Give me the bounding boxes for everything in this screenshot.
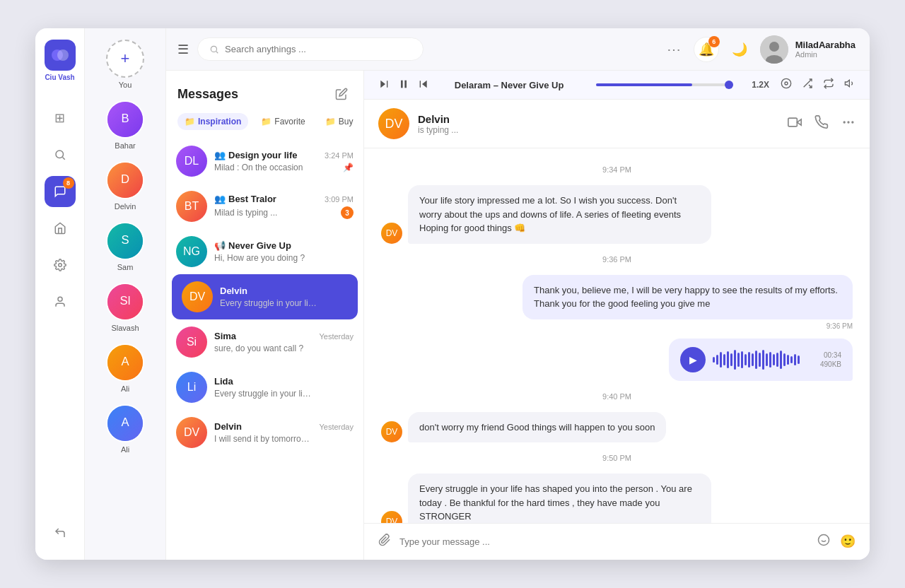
user-avatar	[760, 35, 788, 64]
add-story-item[interactable]: + You	[106, 40, 144, 89]
folder-tab-buy[interactable]: 📁 Buy	[318, 113, 361, 130]
emoji-button[interactable]: 🙂	[840, 534, 856, 550]
top-bar: ☰ ⋯ 🔔 6 🌙 MiladAar	[166, 28, 870, 71]
chat-header: DV Delvin is typing ...	[364, 100, 870, 148]
edit-messages-button[interactable]	[331, 83, 352, 105]
story-sam[interactable]: S Sam	[106, 222, 144, 271]
buy-folder-label: Buy	[339, 117, 354, 127]
options-dots-icon[interactable]: ⋯	[667, 41, 681, 58]
music-skip-forward[interactable]	[378, 78, 390, 92]
conv-lida-name: Lida	[214, 376, 233, 387]
dark-mode-toggle[interactable]: 🌙	[732, 42, 747, 57]
emoji-sticker-button[interactable]	[817, 534, 830, 550]
conv-lida-avatar: Li	[176, 372, 207, 403]
conv-design-info: 👥 Design your life 3:24 PM Milad : On th…	[214, 150, 354, 172]
voice-play-button[interactable]: ▶	[680, 347, 706, 372]
svg-rect-26	[404, 80, 407, 88]
user-details: MiladAarabha Admin	[795, 40, 856, 59]
bahar-name: Bahar	[115, 141, 135, 150]
sidebar-item-home[interactable]	[45, 213, 76, 244]
story-delvin[interactable]: D Delvin	[106, 161, 144, 211]
conv-tralor-unread: 3	[341, 206, 354, 219]
conv-sima-preview: sure, do you want call ?	[214, 343, 303, 353]
svg-point-30	[785, 82, 788, 85]
search-input[interactable]	[225, 44, 411, 54]
more-options-button[interactable]	[841, 115, 856, 133]
hamburger-menu[interactable]: ☰	[177, 42, 189, 57]
music-shuffle-icon[interactable]	[802, 78, 813, 92]
story-ali2[interactable]: A Ali	[106, 404, 144, 454]
svg-text:Sl: Sl	[120, 294, 131, 307]
svg-rect-25	[401, 80, 403, 88]
folder-tab-inspiration[interactable]: 📁 Inspiration	[177, 113, 248, 130]
svg-text:S: S	[121, 233, 129, 247]
music-progress-bar[interactable]	[596, 83, 733, 86]
favorite-folder-label: Favorite	[274, 117, 305, 127]
slavash-story-name: Slavash	[111, 324, 139, 332]
sidebar-item-search[interactable]	[45, 139, 76, 170]
conv-tralor-time: 3:09 PM	[325, 195, 354, 204]
chat-messages: 9:34 PM DV Your life story impressed me …	[364, 148, 870, 523]
conv-lida[interactable]: Li Lida Every struggle in your life ...	[166, 365, 363, 410]
conv-delvin2-time: Yesterday	[319, 423, 354, 431]
phone-call-button[interactable]	[814, 115, 829, 133]
message-input[interactable]	[399, 536, 809, 547]
conv-sima[interactable]: Si Sima Yesterday sure, do you want call…	[166, 319, 363, 365]
music-skip-back[interactable]	[418, 78, 429, 92]
conv-design-avatar: DL	[176, 146, 207, 177]
music-voice-icon[interactable]	[781, 78, 792, 92]
megaphone-icon-ngu: 📢	[214, 240, 226, 251]
conv-delvin2-avatar: DV	[176, 417, 207, 448]
inspiration-folder-icon: 📁	[185, 117, 195, 127]
inspiration-folder-label: Inspiration	[198, 117, 241, 127]
conv-sima-avatar: Si	[176, 327, 207, 358]
svg-text:A: A	[121, 416, 129, 429]
conv-delvin-active[interactable]: DV Delvin Every struggle in your life ..…	[172, 274, 358, 319]
folder-tab-favorite[interactable]: 📁 Favorite	[254, 113, 312, 130]
stories-sidebar: + You B Bahar D Delvin S Sam Sl	[85, 28, 166, 560]
sidebar-item-settings[interactable]	[45, 249, 76, 281]
conv-never-give-up[interactable]: NG 📢 Never Give Up Hi, How are you doi	[166, 229, 363, 274]
conv-delvin2[interactable]: DV Delvin Yesterday I will send it by to…	[166, 410, 363, 455]
user-role: Admin	[795, 50, 856, 59]
icon-sidebar: Ciu Vash ⊞ 8	[35, 28, 85, 560]
add-story-button[interactable]: +	[106, 40, 144, 78]
svg-text:A: A	[121, 355, 129, 368]
msg-text-received-1: Your life story impressed me a lot. So I…	[419, 195, 681, 233]
music-repeat-icon[interactable]	[823, 78, 834, 92]
conv-design-your-life[interactable]: DL 👥 Design your life 3:24 PM Milad : O	[166, 139, 363, 184]
conv-delvin-preview: Every struggle in your life ...	[220, 298, 319, 308]
sidebar-item-back[interactable]	[45, 517, 76, 548]
chat-header-actions	[788, 115, 856, 133]
msg-bubble-received-3: Every struggle in your life has shaped y…	[408, 474, 711, 523]
conv-best-tralor[interactable]: BT 👥 Best Tralor 3:09 PM Milad is typin	[166, 184, 363, 229]
app-logo[interactable]	[45, 40, 76, 71]
svg-point-39	[819, 535, 829, 546]
slavash-avatar: Sl	[106, 283, 144, 321]
sidebar-item-profile[interactable]	[45, 286, 76, 317]
music-right-controls	[781, 78, 856, 92]
conv-delvin2-preview: I will send it by tomorrow ...	[214, 434, 313, 444]
music-volume-icon[interactable]	[844, 78, 856, 92]
chat-contact-status: is typing ...	[418, 125, 779, 135]
notification-bell[interactable]: 🔔 6	[694, 37, 719, 62]
conv-tralor-info: 👥 Best Tralor 3:09 PM Milad is typing ..…	[214, 194, 354, 219]
conversation-list: DL 👥 Design your life 3:24 PM Milad : O	[166, 139, 363, 560]
story-bahar[interactable]: B Bahar	[106, 100, 144, 150]
msg-received-1: DV Your life story impressed me a lot. S…	[381, 185, 711, 244]
story-ali1[interactable]: A Ali	[106, 343, 144, 393]
search-bar[interactable]	[197, 37, 424, 61]
msg-voice-sent: ▶	[669, 339, 853, 381]
video-call-button[interactable]	[788, 115, 802, 133]
sidebar-item-chat[interactable]: 8	[45, 176, 76, 207]
music-progress-fill	[596, 83, 692, 86]
msg-received-2: DV don't worry my friend Good things wil…	[381, 412, 711, 443]
svg-point-38	[851, 121, 853, 123]
attach-file-button[interactable]	[378, 534, 391, 550]
conv-sima-time: Yesterday	[319, 332, 354, 341]
story-slavash[interactable]: Sl Slavash	[106, 283, 144, 332]
sidebar-item-grid[interactable]: ⊞	[45, 102, 76, 134]
music-pause[interactable]	[398, 78, 409, 92]
chat-input-area: 🙂	[364, 523, 870, 560]
svg-marker-27	[422, 80, 427, 88]
